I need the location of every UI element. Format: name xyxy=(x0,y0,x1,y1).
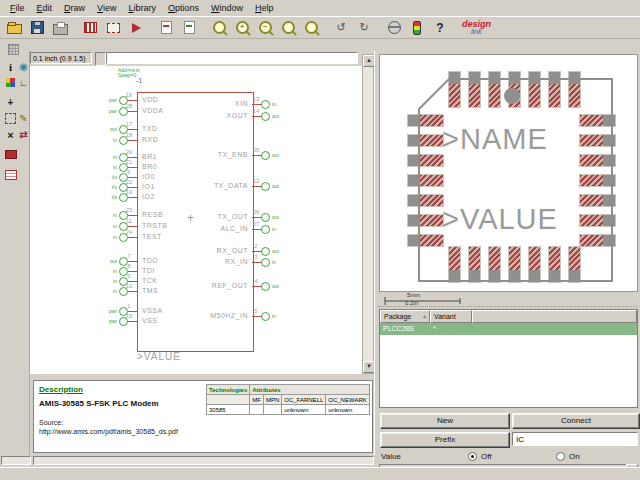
pin-direction: out xyxy=(272,113,279,119)
technologies-tool[interactable] xyxy=(4,148,17,161)
command-input[interactable] xyxy=(106,52,358,64)
redo-icon[interactable]: ↻ xyxy=(353,18,375,38)
connect-button[interactable]: Connect xyxy=(512,413,640,429)
empty-column-header[interactable] xyxy=(472,310,637,323)
connected-check-icon: ✓ xyxy=(472,323,637,335)
attributes-tool[interactable] xyxy=(4,168,17,181)
pin-name: XIN xyxy=(235,100,248,107)
pad-lead xyxy=(569,72,581,84)
package-value-placeholder: >VALUE xyxy=(442,203,558,236)
pin-direction: i/o xyxy=(100,194,117,200)
package-column-header[interactable]: Package▲ xyxy=(380,310,430,323)
package-row[interactable]: PLCC28S*✓ xyxy=(380,323,637,335)
undo-icon[interactable]: ↺ xyxy=(330,18,352,38)
panel-splitter[interactable] xyxy=(374,51,378,455)
pin-number: 15 xyxy=(122,313,136,319)
show-tool[interactable]: ◉ xyxy=(17,60,30,73)
menu-edit[interactable]: Edit xyxy=(31,2,59,14)
print-icon[interactable] xyxy=(49,18,71,38)
zoom-fit-icon[interactable] xyxy=(208,18,230,38)
pin-stub xyxy=(128,226,138,227)
pin-number: 18 xyxy=(122,132,136,138)
edit-package-icon[interactable] xyxy=(102,18,124,38)
zoom-out-icon[interactable]: − xyxy=(254,18,276,38)
pad-left xyxy=(407,114,444,127)
command-history-button[interactable] xyxy=(95,52,106,66)
pad-lead xyxy=(509,72,521,84)
toolbar-separator xyxy=(72,19,79,37)
technology-cell: 30585 xyxy=(207,405,250,415)
run-ulp-icon[interactable] xyxy=(178,18,200,38)
pin-name: VSS xyxy=(142,317,158,324)
change-tool[interactable]: ✎ xyxy=(17,112,30,125)
pin-name: RXD xyxy=(142,136,158,143)
package-canvas[interactable]: >NAME >VALUE xyxy=(379,54,638,292)
pin-direction: pwr xyxy=(100,108,117,114)
corner-box xyxy=(1,456,31,465)
info-tool[interactable]: i xyxy=(4,60,17,73)
variant-column-header[interactable]: Variant xyxy=(430,310,472,323)
new-button[interactable]: New xyxy=(380,413,510,429)
display-tool[interactable] xyxy=(4,76,17,89)
menu-library[interactable]: Library xyxy=(122,2,162,14)
prefix-button[interactable]: Prefix xyxy=(380,432,510,448)
zoom-select-icon[interactable] xyxy=(300,18,322,38)
package-name-placeholder: >NAME xyxy=(442,123,548,156)
source-url: http://www.amis.com/pdf/amis_30585_ds.pd… xyxy=(39,428,178,435)
value-off-label[interactable]: Off xyxy=(481,452,492,461)
pin-number: 9 xyxy=(122,273,136,279)
pad-left xyxy=(407,234,444,247)
open-glyph xyxy=(7,24,22,34)
script-icon[interactable] xyxy=(155,18,177,38)
technologies-header: Technologies xyxy=(207,385,250,395)
value-on-radio[interactable] xyxy=(556,452,565,461)
pin-number: 3 xyxy=(250,254,262,260)
edit-device-icon[interactable] xyxy=(79,18,101,38)
toolbar-separator xyxy=(201,19,208,37)
pad-left xyxy=(407,154,444,167)
pad-lead xyxy=(603,135,615,147)
pin-name: TRSTB xyxy=(142,222,167,229)
menu-window[interactable]: Window xyxy=(205,2,249,14)
vertical-scrollbar[interactable]: ▲ ▼ xyxy=(362,54,374,374)
pad-top xyxy=(448,71,461,108)
pin-direction: out xyxy=(100,126,117,132)
globe-icon[interactable] xyxy=(383,18,405,38)
menu-help[interactable]: Help xyxy=(249,2,280,14)
menu-view[interactable]: View xyxy=(91,2,122,14)
delete-tool[interactable]: × xyxy=(4,128,17,141)
pin-stub xyxy=(128,261,138,262)
pin-direction: out xyxy=(272,283,279,289)
menu-file[interactable]: File xyxy=(4,2,31,14)
pad-bottom xyxy=(548,246,561,283)
pin-number: 12 xyxy=(250,178,262,184)
save-icon[interactable] xyxy=(26,18,48,38)
prefix-input[interactable] xyxy=(512,432,638,446)
traffic-light-icon[interactable] xyxy=(406,18,428,38)
move-tool[interactable]: + xyxy=(4,96,17,109)
horizontal-scrollbar[interactable] xyxy=(33,456,374,465)
help-icon[interactable]: ? xyxy=(429,18,451,38)
menu-options[interactable]: Options xyxy=(162,2,205,14)
zoom-in-icon[interactable]: + xyxy=(231,18,253,38)
group-tool[interactable] xyxy=(4,112,17,125)
pinswap-tool[interactable]: ⇄ xyxy=(17,128,30,141)
description-link[interactable]: Description xyxy=(39,385,83,394)
value-on-label[interactable]: On xyxy=(569,452,580,461)
symbol-canvas[interactable]: Add=nextSwap=0 -1 + >VALUE 16pwrVDD28pwr… xyxy=(30,66,362,374)
technology-row[interactable]: 30585unknownunknown xyxy=(207,405,370,415)
value-off-radio[interactable] xyxy=(468,452,477,461)
edit-symbol-icon[interactable] xyxy=(125,18,147,38)
pin-name: TEST xyxy=(142,233,162,240)
pad-bottom xyxy=(528,246,541,283)
pin-direction: in xyxy=(100,223,117,229)
mark-tool[interactable]: ∟ xyxy=(17,76,30,89)
pad-bottom xyxy=(568,246,581,283)
pad-lead xyxy=(408,155,420,167)
pin-direction: pwr xyxy=(100,308,117,314)
menu-draw[interactable]: Draw xyxy=(58,2,91,14)
pin-name: TDO xyxy=(142,257,158,264)
open-icon[interactable] xyxy=(3,18,25,38)
zoom-redraw-icon[interactable] xyxy=(277,18,299,38)
pad-lead xyxy=(603,215,615,227)
